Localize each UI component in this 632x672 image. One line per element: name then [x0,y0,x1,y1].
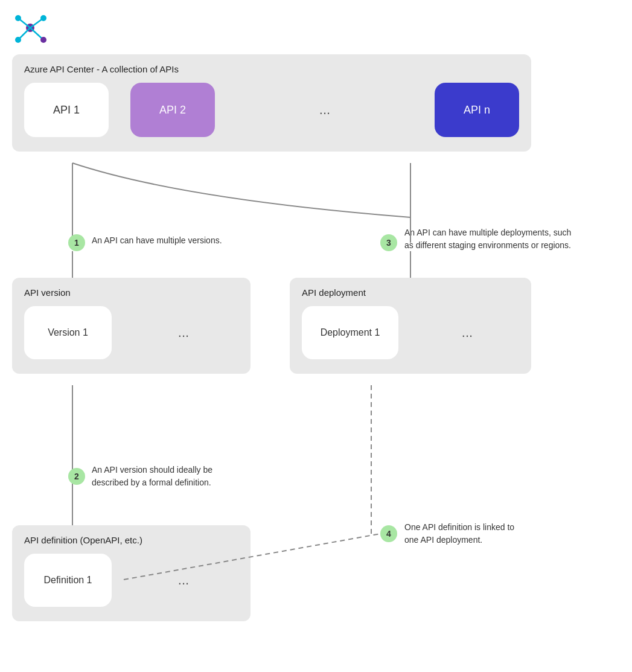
svg-point-8 [40,37,46,43]
definition-ellipsis: ... [129,572,238,588]
version-ellipsis: ... [129,325,238,341]
step-2-circle: 2 [68,468,85,485]
definition-cards-row: Definition 1 ... [24,554,238,607]
api-cards-ellipsis: ... [237,102,413,118]
api-center-title: Azure API Center - A collection of APIs [24,64,519,74]
step-1-annotation: An API can have multiple versions. [92,234,222,247]
api-card-n: API n [435,83,519,137]
app-logo [12,11,48,47]
api-card-2: API 2 [130,83,215,137]
step-4-circle: 4 [380,525,397,542]
version-card-1: Version 1 [24,306,112,359]
api-card-1: API 1 [24,83,109,137]
api-version-box: API version Version 1 ... [12,278,251,374]
deployment-ellipsis: ... [415,325,519,341]
api-deployment-box: API deployment Deployment 1 ... [290,278,531,374]
api-deployment-title: API deployment [302,287,519,298]
api-definition-box: API definition (OpenAPI, etc.) Definitio… [12,525,251,621]
api-center-box: Azure API Center - A collection of APIs … [12,54,531,152]
deployment-card-1: Deployment 1 [302,306,398,359]
api-version-title: API version [24,287,238,298]
step-3-annotation: An API can have multiple deployments, su… [404,226,571,252]
api-definition-title: API definition (OpenAPI, etc.) [24,535,238,545]
deployment-cards-row: Deployment 1 ... [302,306,519,359]
svg-point-5 [15,15,21,21]
step-4-annotation: One API definition is linked to one API … [404,521,514,546]
svg-point-6 [40,15,46,21]
step-2-annotation: An API version should ideally be describ… [92,464,212,489]
svg-point-7 [15,37,21,43]
version-cards-row: Version 1 ... [24,306,238,359]
definition-card-1: Definition 1 [24,554,112,607]
step-1-circle: 1 [68,234,85,251]
step-3-circle: 3 [380,234,397,251]
api-cards-row: API 1 API 2 ... API n [24,83,519,137]
